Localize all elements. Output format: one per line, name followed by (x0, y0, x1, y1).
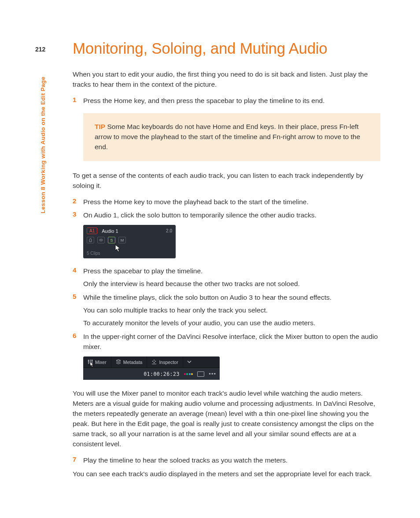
figure-audio-track: A1 Audio 1 2.0 S M 5 Clips (83, 225, 176, 258)
step-number: 1 (73, 96, 76, 103)
page-number: 212 (35, 46, 45, 53)
tip-text: Some Mac keyboards do not have Home and … (95, 123, 360, 151)
clips-count: 5 Clips (87, 251, 100, 256)
expand-chevron-button[interactable] (183, 356, 195, 368)
step-text: Play the timeline to hear the soloed tra… (83, 456, 380, 466)
tab-label: Mixer (95, 360, 107, 365)
mute-button[interactable]: M (118, 237, 126, 243)
tip-box: TIP Some Mac keyboards do not have Home … (83, 113, 380, 161)
figure-mixer-toolbar: Mixer Metadata Inspector (83, 356, 220, 380)
step-number: 3 (73, 210, 76, 218)
step-text: On Audio 1, click the solo button to tem… (83, 210, 380, 220)
lesson-side-label: Lesson 8 Working with Audio on the Edit … (40, 77, 46, 213)
step-text: Press the spacebar to play the timeline. (83, 266, 380, 276)
inspector-icon (151, 359, 157, 365)
step-3: 3 On Audio 1, click the solo button to t… (73, 210, 380, 220)
tip-label: TIP (95, 123, 105, 130)
auto-select-icon[interactable] (97, 237, 105, 243)
step-text: You can solo multiple tracks to hear onl… (83, 305, 380, 316)
step-number: 5 (73, 293, 76, 300)
more-options-icon[interactable]: ••• (209, 373, 216, 375)
paragraph: You will use the Mixer panel to monitor … (73, 389, 380, 449)
cursor-icon (115, 244, 121, 252)
page-title: Monitoring, Soloing, and Muting Audio (73, 40, 380, 57)
tab-label: Inspector (159, 360, 178, 365)
metadata-tab-button[interactable]: Metadata (111, 356, 147, 368)
step-7: 7 Play the timeline to hear the soloed t… (73, 456, 380, 466)
closing-paragraph: You can see each track's audio displayed… (73, 469, 380, 479)
metadata-icon (116, 359, 121, 365)
paragraph: To get a sense of the contents of each a… (73, 171, 380, 191)
svg-point-1 (100, 240, 101, 241)
fullscreen-icon[interactable] (197, 371, 204, 377)
color-dots-icon[interactable] (184, 373, 193, 375)
chevron-down-icon (187, 359, 192, 365)
track-channel-value: 2.0 (166, 228, 172, 233)
cursor-icon (89, 362, 96, 370)
step-number: 2 (73, 197, 76, 205)
step-2: 2 Press the Home key to move the playhea… (73, 197, 380, 207)
step-text: While the timeline plays, click the solo… (83, 293, 380, 303)
svg-point-5 (154, 362, 155, 363)
lock-icon[interactable] (87, 237, 94, 243)
step-number: 7 (73, 456, 76, 463)
intro-paragraph: When you start to edit your audio, the f… (73, 70, 380, 90)
step-5: 5 While the timeline plays, click the so… (73, 293, 380, 328)
step-text: Only the interview is heard because the … (83, 279, 380, 289)
step-text: Press the Home key to move the playhead … (83, 197, 380, 207)
svg-point-4 (92, 360, 93, 361)
inspector-tab-button[interactable]: Inspector (147, 356, 183, 368)
page: 212 Lesson 8 Working with Audio on the E… (0, 0, 420, 511)
mixer-tab-button[interactable]: Mixer (83, 356, 111, 368)
step-number: 6 (73, 332, 76, 339)
timecode-display: 01:00:26:23 (144, 371, 180, 377)
step-number: 4 (73, 266, 76, 274)
step-text: Press the Home key, and then press the s… (83, 96, 380, 106)
step-4: 4 Press the spacebar to play the timelin… (73, 266, 380, 289)
solo-button[interactable]: S (108, 237, 115, 243)
track-a1-badge[interactable]: A1 (87, 228, 97, 234)
step-6: 6 In the upper-right corner of the DaVin… (73, 332, 380, 352)
svg-point-2 (88, 360, 89, 361)
tab-label: Metadata (123, 360, 143, 365)
step-text: To accurately monitor the levels of your… (83, 318, 380, 328)
step-text: In the upper-right corner of the DaVinci… (83, 332, 380, 352)
step-1: 1 Press the Home key, and then press the… (73, 96, 380, 106)
track-name: Audio 1 (102, 228, 166, 234)
